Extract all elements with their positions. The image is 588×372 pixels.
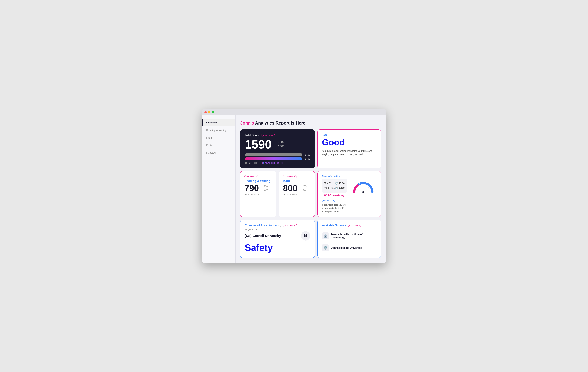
pace-value: Good [322,137,376,147]
score-range: 400-1600 [278,140,285,149]
math-divider [300,184,300,192]
total-ai-badge: AI Predicted [261,134,275,137]
chances-header: Chances of Acceptance i AI Predicted [245,224,310,227]
math-title: Math [283,179,311,183]
school-logo-0: 🏛️ [322,232,329,240]
target-label: Target School [245,228,310,231]
time-info-left: Test Time 🕐 40:00 Your Time 🕐 35:00 05:0… [322,179,347,213]
time-rows: Test Time 🕐 40:00 Your Time 🕐 35:00 [322,179,347,193]
schools-header: Available Schools AI Predicted [322,224,376,227]
pace-desc: You did an excellent job managing your t… [322,149,376,156]
legend-dot-gradient [262,162,263,164]
chances-ai-badge: AI Predicted [283,224,297,227]
time-card-inner: Test Time 🕐 40:00 Your Time 🕐 35:00 05:0… [322,179,377,213]
gauge-container [350,179,377,213]
progress-bars: 1600 1590 [245,153,310,160]
school-logo: 🏛 [301,231,310,241]
info-icon: i [278,224,281,227]
gauge-svg [351,179,376,194]
math-ai-badge: AI Predicted [283,175,297,178]
rw-score-display: 790 200-800 [244,184,272,192]
school-name-display: (US) Cornell University 🏛 [245,231,310,241]
school-name-0: Massachusetts Institute of Technology [331,233,376,239]
top-row: Total Score AI Predicted 1590 400-1600 1… [240,129,381,168]
sidebar-item-rtest-ai[interactable]: R.test AI [202,149,235,156]
mid-row: AI Predicted Reading & Writing 790 200-8… [240,171,381,217]
school-row-0[interactable]: 🏛️ Massachusetts Institute of Technology… [322,230,376,242]
maximize-button[interactable] [212,111,214,113]
safety-text: Safety [245,243,310,252]
app-layout: Overview Reading & Writing Math Pratice … [202,115,386,263]
bar-bg-score [245,157,302,160]
score-big: 1590 [245,138,272,150]
chevron-icon-0: › [376,234,376,238]
chances-title: Chances of Acceptance [245,224,277,227]
your-time-label: Your Time [324,187,335,189]
total-score-card: Total Score AI Predicted 1590 400-1600 1… [240,129,315,168]
app-window: Overview Reading & Writing Math Pratice … [202,109,386,263]
legend-predicted: Your Predicted Score [262,162,284,164]
rw-score: 790 [244,184,259,192]
legend-dot-gray [245,162,247,164]
rw-range: 200-800 [264,185,268,191]
sidebar-item-practice[interactable]: Pratice [202,141,235,149]
test-time-value: 🕐 40:00 [335,182,345,185]
sidebar-item-overview[interactable]: Overview [202,119,235,126]
schools-card: Available Schools AI Predicted 🏛️ Massac… [317,220,381,258]
time-ai-badge: AI Predicted [322,199,335,202]
bar-row-max: 1600 [245,153,310,156]
test-time-label: Test Time [324,182,334,185]
remaining-label: 05:00 remaining [322,194,347,197]
schools-title: Available Schools [322,224,346,227]
math-score-display: 800 200-800 [283,184,311,192]
chances-card: Chances of Acceptance i AI Predicted Tar… [240,220,315,258]
math-score: 800 [283,184,297,192]
time-card: Time Information Test Time 🕐 40:00 Your … [317,171,381,217]
bar-max-label: 1600 [304,153,310,156]
pace-card: Pace Good You did an excellent job manag… [317,129,381,168]
score-legend: Target score Your Predicted Score [245,162,310,164]
school-logo-1: 🛡️ [322,244,329,251]
page-title: John's Analytics Report is Here! [240,121,381,126]
bottom-row: Chances of Acceptance i AI Predicted Tar… [240,220,381,258]
titlebar [202,109,386,115]
score-display: 1590 400-1600 [245,138,310,150]
student-name: John's [240,121,254,125]
svg-line-8 [363,187,369,192]
bar-score-label: 1590 [304,158,310,160]
sidebar: Overview Reading & Writing Math Pratice … [202,115,236,263]
main-content: John's Analytics Report is Here! Total S… [236,115,386,263]
time-ai-note: In the Actual test, you will be given 64… [322,203,347,213]
minimize-button[interactable] [208,111,210,113]
bar-bg-max [245,153,302,156]
rw-predicted: Predicted Score [244,193,272,196]
your-time-value: 🕐 35:00 [335,187,345,189]
math-card: AI Predicted Math 800 200-800 Predicted … [279,171,315,217]
bar-fill-gray [245,153,302,156]
time-section-label: Time Information [322,175,377,178]
sidebar-item-math[interactable]: Math [202,134,235,141]
score-divider [275,139,275,149]
sidebar-item-reading-writing[interactable]: Reading & Writing [202,126,235,134]
close-button[interactable] [204,111,207,113]
total-score-label: Total Score [245,134,259,137]
test-time-row: Test Time 🕐 40:00 [324,181,345,186]
school-name-1: Johns Hopkins University [331,246,376,250]
legend-target: Target score [245,162,259,164]
rw-ai-badge: AI Predicted [244,175,258,178]
schools-ai-badge: AI Predicted [348,224,361,227]
total-score-header: Total Score AI Predicted [245,134,310,137]
reading-writing-card: AI Predicted Reading & Writing 790 200-8… [240,171,276,217]
math-range: 200-800 [302,185,307,191]
your-time-row: Your Time 🕐 35:00 [324,186,345,190]
bar-fill-gradient [245,157,302,160]
bar-row-score: 1590 [245,157,310,160]
rw-title: Reading & Writing [244,179,272,183]
school-row-1[interactable]: 🛡️ Johns Hopkins University › [322,242,376,254]
pace-label: Pace [322,133,376,136]
rw-divider [261,184,262,192]
chevron-icon-1: › [376,246,376,249]
math-predicted: Predicted Score [283,193,311,196]
